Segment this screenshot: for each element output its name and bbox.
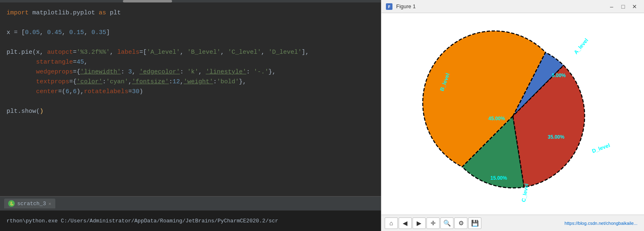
code-line: x = [0.05, 0.45, 0.15, 0.35] — [7, 28, 374, 38]
code-editor: import matplotlib.pyplot as plt x = [0.0… — [0, 0, 381, 231]
forward-button[interactable]: ▶ — [413, 217, 426, 229]
back-button[interactable]: ◀ — [399, 217, 412, 229]
svg-text:F: F — [388, 5, 390, 9]
code-line: center=(6,6),rotatelabels=30) — [7, 87, 374, 97]
terminal-tab[interactable]: 🐍 scratch_3 ✕ — [4, 199, 55, 208]
zoom-button[interactable]: 🔍 — [440, 217, 454, 229]
pct-d: 35.00% — [548, 134, 565, 140]
code-line — [7, 18, 374, 28]
scrollbar-track — [0, 0, 381, 2]
pan-button[interactable]: ✛ — [426, 217, 440, 229]
maximize-button[interactable]: □ — [618, 2, 628, 11]
home-button[interactable]: ⌂ — [385, 217, 398, 229]
label-d: D_level — [591, 142, 610, 154]
figure-title: Figure 1 — [396, 3, 603, 9]
toolbar-url: https://blog.csdn.net/chongbaikaile... — [482, 221, 641, 226]
pie-chart: A_level 5.00% B_level 45.00% C_level 15.… — [415, 20, 611, 208]
code-line — [7, 97, 374, 107]
save-button[interactable]: 💾 — [468, 217, 481, 229]
code-line — [7, 38, 374, 48]
minimize-button[interactable]: – — [606, 2, 617, 11]
code-line: import matplotlib.pyplot as plt — [7, 8, 374, 18]
terminal-bar: 🐍 scratch_3 ✕ — [0, 196, 381, 210]
figure-toolbar: ⌂ ◀ ▶ ✛ 🔍 ⚙ 💾 https://blog.csdn.net/chon… — [381, 215, 644, 231]
code-area: import matplotlib.pyplot as plt x = [0.0… — [0, 3, 381, 196]
terminal-output: rthon\python.exe C:/Users/Administrator/… — [0, 210, 381, 231]
window-controls: – □ ✕ — [606, 2, 640, 11]
code-line: startangle=45, — [7, 57, 374, 67]
label-a: A_level — [572, 37, 589, 55]
scrollbar-thumb[interactable] — [123, 0, 172, 2]
code-line: wedgeprops={'linewidth': 3, 'edgecolor':… — [7, 67, 374, 77]
figure-panel: F Figure 1 – □ ✕ — [381, 0, 644, 231]
close-button[interactable]: ✕ — [629, 2, 640, 11]
code-line: textprops={'color':'cyan','fontsize':12,… — [7, 77, 374, 87]
tab-label: scratch_3 — [17, 201, 46, 207]
settings-button[interactable]: ⚙ — [454, 217, 467, 229]
python-icon: 🐍 — [8, 200, 15, 207]
tab-close-button[interactable]: ✕ — [48, 201, 51, 206]
pct-c: 15.00% — [490, 175, 507, 181]
code-line: plt.pie(x, autopct='%3.2f%%', labels=['A… — [7, 48, 374, 57]
figure-titlebar: F Figure 1 – □ ✕ — [381, 0, 644, 13]
terminal-text: rthon\python.exe C:/Users/Administrator/… — [7, 218, 278, 224]
pct-b: 45.00% — [488, 116, 505, 121]
figure-icon: F — [385, 3, 393, 10]
pct-a: 5.00% — [552, 73, 566, 78]
chart-area: A_level 5.00% B_level 45.00% C_level 15.… — [381, 13, 644, 215]
code-line: plt.show() — [7, 107, 374, 117]
